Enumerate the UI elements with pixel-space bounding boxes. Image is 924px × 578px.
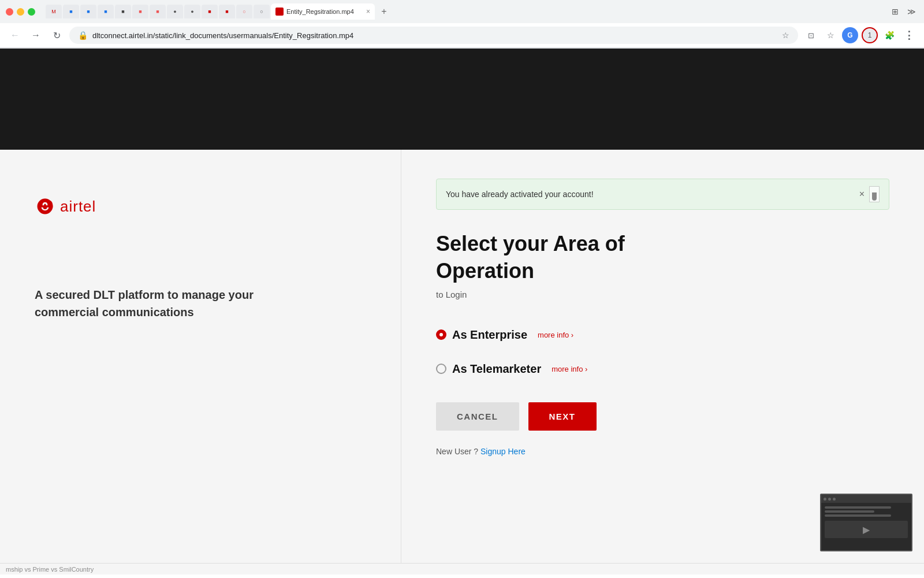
tab-5[interactable]: ■: [115, 5, 131, 18]
bookmark-star-icon[interactable]: ☆: [822, 27, 839, 43]
bottom-bar-text: mship vs Prime vs SmilCountry: [6, 566, 94, 573]
traffic-lights: [6, 8, 35, 16]
enterprise-option[interactable]: As Enterprise more info ›: [436, 328, 889, 342]
tab-10[interactable]: ■: [202, 5, 218, 18]
browser-top-bar: M ■ ■ ■ ■ ■ ■ ● ● ■ ■ ○ ○ Entity_Regsitr…: [0, 0, 924, 23]
tab-11[interactable]: ■: [219, 5, 235, 18]
tab-gmail[interactable]: M: [46, 5, 62, 18]
tab-more-button[interactable]: ≫: [904, 5, 918, 18]
forward-icon: →: [31, 30, 40, 40]
tab-3[interactable]: ■: [80, 5, 96, 18]
cast-icon[interactable]: ⊡: [803, 27, 819, 43]
signup-link[interactable]: Signup Here: [480, 447, 526, 456]
enterprise-more-info-link[interactable]: more info ›: [538, 331, 573, 339]
tab-search-button[interactable]: ⊞: [888, 5, 902, 18]
new-user-label: New User ?: [436, 447, 478, 456]
form-subtitle: to Login: [436, 290, 889, 299]
thumb-line-1: [825, 506, 891, 509]
minimize-window-button[interactable]: [17, 8, 24, 16]
content-area: airtel A secured DLT platform to manage …: [0, 150, 924, 563]
tagline-text: A secured DLT platform to manage your co…: [35, 286, 254, 321]
enterprise-label: As Enterprise: [452, 328, 527, 342]
alert-message: You have already activated your account!: [446, 190, 594, 199]
airtel-logo-text: airtel: [60, 198, 96, 216]
right-panel: You have already activated your account!…: [401, 150, 924, 563]
bottom-bar: mship vs Prime vs SmilCountry: [0, 563, 924, 575]
extension-profile-icon[interactable]: 1: [862, 27, 878, 43]
page-body: airtel A secured DLT platform to manage …: [0, 49, 924, 575]
address-bar[interactable]: 🔒 dltconnect.airtel.in/static/link_docum…: [69, 27, 798, 44]
airtel-logo: airtel: [35, 196, 366, 217]
left-panel: airtel A secured DLT platform to manage …: [0, 150, 401, 563]
thumb-video-area: ▶: [825, 521, 908, 538]
thumb-dot-1: [824, 498, 826, 501]
thumb-line-2: [825, 510, 874, 513]
tab-2[interactable]: ■: [63, 5, 79, 18]
back-icon: ←: [10, 30, 20, 40]
thumbnail-preview: ▶: [820, 494, 912, 551]
tab-7[interactable]: ■: [150, 5, 166, 18]
cursor-hand: [872, 192, 877, 201]
alert-notification: You have already activated your account!…: [436, 179, 889, 210]
next-button[interactable]: NEXT: [528, 402, 597, 431]
tab-13[interactable]: ○: [254, 5, 270, 18]
navigation-bar: ← → ↻ 🔒 dltconnect.airtel.in/static/link…: [0, 23, 924, 48]
thumb-play-icon: ▶: [863, 524, 870, 535]
reload-icon: ↻: [53, 30, 61, 41]
forward-button[interactable]: →: [28, 27, 44, 43]
thumb-dot-3: [833, 498, 836, 501]
close-window-button[interactable]: [6, 8, 13, 16]
reload-button[interactable]: ↻: [49, 27, 65, 43]
cancel-button[interactable]: CANCEL: [436, 402, 519, 431]
video-player-bar: [0, 49, 924, 150]
alert-close-button[interactable]: ×: [857, 188, 867, 200]
telemarketer-option[interactable]: As Telemarketer more info ›: [436, 362, 889, 376]
extensions-icon[interactable]: 🧩: [881, 27, 897, 43]
telemarketer-radio[interactable]: [436, 364, 446, 374]
form-title: Select your Area ofOperation: [436, 231, 889, 285]
nav-right-icons: ⊡ ☆ G 1 🧩 ⋮: [803, 27, 917, 43]
lock-icon: 🔒: [78, 31, 88, 40]
tab-12[interactable]: ○: [236, 5, 252, 18]
active-tab-title: Entity_Regsitration.mp4: [286, 8, 363, 15]
new-tab-button[interactable]: +: [376, 5, 392, 18]
mouse-cursor-icon: [869, 186, 880, 202]
active-tab-favicon: [275, 8, 284, 16]
profile-icon[interactable]: G: [842, 27, 858, 43]
thumb-line-3: [825, 514, 891, 517]
enterprise-radio[interactable]: [436, 329, 446, 340]
tab-9[interactable]: ●: [184, 5, 200, 18]
thumb-content: ▶: [821, 503, 911, 550]
airtel-icon-svg: [35, 196, 55, 217]
tab-8[interactable]: ●: [167, 5, 183, 18]
tab-active[interactable]: Entity_Regsitration.mp4 ×: [271, 3, 375, 20]
cursor-overlay: [869, 186, 880, 202]
thumb-dot-2: [828, 498, 831, 501]
tab-6[interactable]: ■: [132, 5, 148, 18]
telemarketer-more-info-link[interactable]: more info ›: [552, 365, 587, 373]
thumb-top-bar: [821, 495, 911, 503]
maximize-window-button[interactable]: [28, 8, 35, 16]
new-user-section: New User ? Signup Here: [436, 447, 889, 456]
active-tab-close[interactable]: ×: [366, 8, 370, 16]
back-button[interactable]: ←: [7, 27, 23, 43]
tab-4[interactable]: ■: [98, 5, 114, 18]
browser-chrome: M ■ ■ ■ ■ ■ ■ ● ● ■ ■ ○ ○ Entity_Regsitr…: [0, 0, 924, 49]
bookmark-icon[interactable]: ☆: [782, 31, 789, 40]
telemarketer-label: As Telemarketer: [452, 362, 541, 376]
more-menu-icon[interactable]: ⋮: [901, 27, 917, 43]
button-row: CANCEL NEXT: [436, 402, 889, 431]
address-text: dltconnect.airtel.in/static/link_documen…: [92, 31, 777, 40]
